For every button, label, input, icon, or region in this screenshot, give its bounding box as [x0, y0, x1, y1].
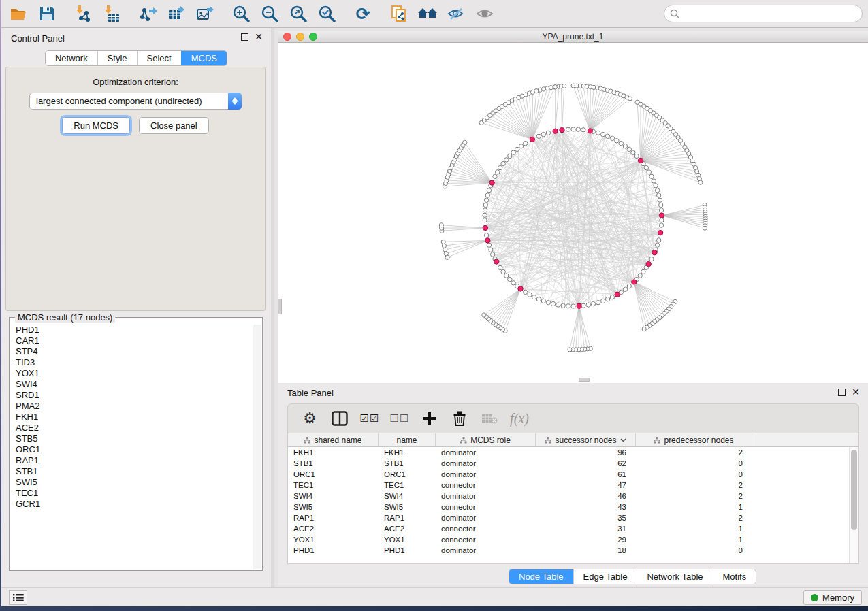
table-cell-successor-nodes[interactable]: 62	[536, 458, 636, 469]
table-cell-shared-name[interactable]: TEC1	[288, 480, 379, 491]
table-cell-name[interactable]: ACE2	[379, 523, 436, 534]
table-cell-shared-name[interactable]: ACE2	[288, 523, 379, 534]
mcds-result-item[interactable]: ACE2	[10, 423, 253, 433]
table-cell-successor-nodes[interactable]: 29	[536, 534, 636, 545]
table-cell-predecessor-nodes[interactable]: 0	[636, 469, 752, 480]
mcds-result-list[interactable]: PHD1CAR1STP4TID3YOX1SWI4SRD1PMA2FKH1ACE2…	[10, 325, 253, 569]
task-history-icon[interactable]	[9, 590, 27, 605]
close-window-icon[interactable]	[283, 33, 291, 41]
table-cell-mcds-role[interactable]: connector	[436, 523, 536, 534]
table-row[interactable]: STB1STB1dominator620	[288, 458, 849, 469]
column-header-name[interactable]: name	[379, 433, 436, 446]
add-column-icon[interactable]	[417, 406, 442, 431]
table-cell-mcds-role[interactable]: connector	[436, 480, 536, 491]
table-settings-icon[interactable]: ⚙	[298, 406, 322, 431]
zoom-fit-icon[interactable]	[287, 2, 310, 25]
open-file-icon[interactable]	[7, 2, 30, 25]
network-view-titlebar[interactable]: YPA_prune.txt_1	[278, 31, 868, 43]
refresh-icon[interactable]: ⟳	[351, 2, 374, 25]
mcds-result-item[interactable]: STB1	[10, 466, 253, 477]
show-all-icon[interactable]	[473, 2, 496, 25]
maximize-window-icon[interactable]	[309, 33, 317, 41]
table-cell-name[interactable]: STB1	[379, 458, 436, 469]
table-row[interactable]: TEC1TEC1connector472	[288, 480, 849, 491]
table-cell-shared-name[interactable]: SWI5	[288, 501, 379, 512]
export-table-icon[interactable]	[165, 2, 188, 25]
table-cell-predecessor-nodes[interactable]: 1	[636, 501, 752, 512]
table-cell-name[interactable]: ORC1	[379, 469, 436, 480]
mcds-result-item[interactable]: CAR1	[10, 335, 253, 346]
table-cell-name[interactable]: FKH1	[379, 447, 436, 458]
table-cell-predecessor-nodes[interactable]: 1	[636, 523, 752, 534]
table-row[interactable]: RAP1RAP1dominator352	[288, 512, 849, 523]
mcds-list-scrollbar[interactable]	[253, 325, 261, 569]
table-cell-shared-name[interactable]: FKH1	[288, 447, 379, 458]
mcds-result-item[interactable]: PMA2	[10, 401, 253, 412]
delete-column-icon[interactable]	[447, 406, 472, 431]
table-row[interactable]: SWI4SWI4dominator462	[288, 491, 849, 501]
table-row[interactable]: YOX1YOX1connector291	[288, 534, 849, 545]
split-view-icon[interactable]	[327, 406, 352, 431]
zoom-in-icon[interactable]	[229, 2, 253, 25]
table-cell-mcds-role[interactable]: dominator	[436, 512, 536, 523]
table-cell-mcds-role[interactable]: dominator	[436, 491, 536, 501]
hide-selected-icon[interactable]	[445, 2, 468, 25]
panel-splitter-handle[interactable]	[278, 299, 282, 314]
search-input[interactable]	[664, 5, 863, 22]
table-cell-shared-name[interactable]: SWI4	[288, 491, 379, 501]
table-cell-successor-nodes[interactable]: 35	[536, 512, 636, 523]
tab-select[interactable]: Select	[137, 51, 181, 65]
table-scrollbar-thumb[interactable]	[851, 450, 857, 530]
table-cell-shared-name[interactable]: RAP1	[288, 512, 379, 523]
table-cell-name[interactable]: YOX1	[379, 534, 436, 545]
table-cell-mcds-role[interactable]: dominator	[436, 545, 536, 556]
minimize-window-icon[interactable]	[296, 33, 304, 41]
memory-button[interactable]: Memory	[803, 590, 862, 605]
mcds-result-item[interactable]: YOX1	[10, 368, 253, 379]
table-cell-shared-name[interactable]: STB1	[288, 458, 379, 469]
column-header-predecessor-nodes[interactable]: predecessor nodes	[636, 433, 752, 446]
close-panel-icon[interactable]: ✕	[852, 389, 860, 396]
mcds-result-item[interactable]: RAP1	[10, 455, 253, 466]
tab-edge-table[interactable]: Edge Table	[573, 569, 637, 584]
select-all-rows-icon[interactable]: ☑☑	[357, 406, 382, 431]
float-panel-icon[interactable]	[241, 33, 248, 41]
mcds-result-item[interactable]: SWI5	[10, 477, 253, 488]
tab-motifs[interactable]: Motifs	[713, 569, 756, 584]
mcds-result-item[interactable]: SWI4	[10, 379, 253, 390]
close-panel-icon[interactable]: ✕	[255, 33, 263, 41]
column-header-successor-nodes[interactable]: successor nodes	[536, 433, 636, 446]
mcds-result-item[interactable]: SRD1	[10, 390, 253, 401]
table-row[interactable]: FKH1FKH1dominator962	[288, 447, 849, 458]
table-cell-name[interactable]: TEC1	[379, 480, 436, 491]
export-image-icon[interactable]	[193, 2, 216, 25]
import-network-icon[interactable]	[71, 2, 95, 25]
zoom-out-icon[interactable]	[258, 2, 281, 25]
table-cell-shared-name[interactable]: YOX1	[288, 534, 379, 545]
tab-network[interactable]: Network	[46, 51, 97, 65]
table-cell-predecessor-nodes[interactable]: 0	[636, 545, 752, 556]
run-mcds-button[interactable]: Run MCDS	[62, 117, 130, 134]
table-cell-name[interactable]: PHD1	[379, 545, 436, 556]
panel-splitter-handle[interactable]	[579, 378, 590, 382]
import-table-icon[interactable]	[100, 2, 123, 25]
table-row[interactable]: PHD1PHD1dominator180	[288, 545, 849, 556]
table-cell-successor-nodes[interactable]: 47	[536, 480, 636, 491]
table-row[interactable]: SWI5SWI5connector431	[288, 501, 849, 512]
mcds-result-item[interactable]: TEC1	[10, 488, 253, 499]
table-cell-successor-nodes[interactable]: 96	[536, 447, 636, 458]
table-cell-name[interactable]: RAP1	[379, 512, 436, 523]
table-cell-predecessor-nodes[interactable]: 0	[636, 458, 752, 469]
network-canvas[interactable]	[278, 43, 868, 383]
mcds-result-item[interactable]: TID3	[10, 357, 253, 368]
mcds-result-item[interactable]: ORC1	[10, 444, 253, 455]
table-cell-mcds-role[interactable]: dominator	[436, 458, 536, 469]
save-session-icon[interactable]	[35, 2, 59, 25]
table-cell-shared-name[interactable]: ORC1	[288, 469, 379, 480]
zoom-selected-icon[interactable]	[315, 2, 338, 25]
copy-icon[interactable]	[387, 2, 411, 25]
table-cell-name[interactable]: SWI5	[379, 501, 436, 512]
mcds-result-item[interactable]: STB5	[10, 433, 253, 444]
table-cell-successor-nodes[interactable]: 46	[536, 491, 636, 501]
column-header-shared-name[interactable]: shared name	[288, 433, 379, 446]
